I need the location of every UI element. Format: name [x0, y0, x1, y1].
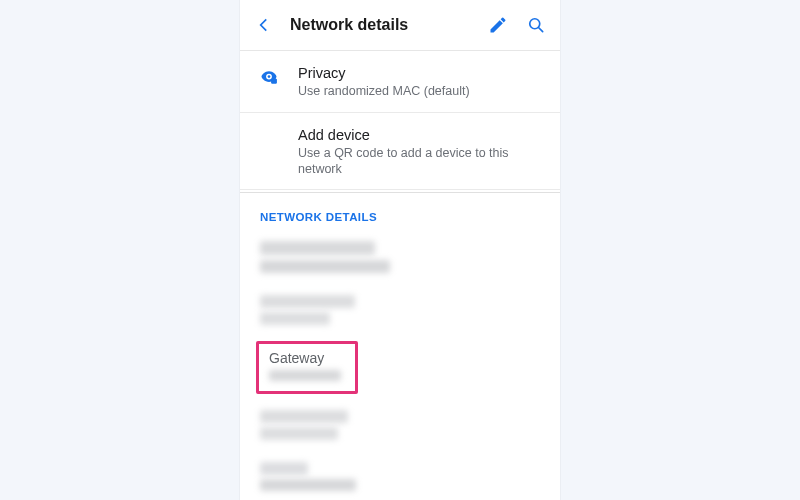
redacted-label: [260, 462, 308, 475]
add-device-row[interactable]: Add device Use a QR code to add a device…: [240, 113, 560, 191]
back-button[interactable]: [252, 13, 276, 37]
privacy-title: Privacy: [298, 65, 542, 81]
phone-frame: Network details Privacy Use randomized M…: [240, 0, 560, 500]
redacted-value: [260, 479, 356, 491]
redacted-label: [260, 410, 348, 423]
chevron-left-icon: [254, 15, 274, 35]
gateway-label: Gateway: [269, 350, 345, 366]
network-details-header: Network Details: [240, 193, 560, 233]
redacted-label: [260, 241, 375, 255]
gateway-highlight: Gateway: [256, 341, 358, 394]
app-header: Network details: [240, 0, 560, 51]
gateway-value-redacted: [269, 370, 341, 381]
content-area: Privacy Use randomized MAC (default) Add…: [240, 51, 560, 500]
redacted-value: [260, 427, 338, 440]
svg-point-2: [268, 76, 271, 79]
privacy-subtitle: Use randomized MAC (default): [298, 83, 542, 99]
pencil-icon: [488, 15, 508, 35]
redacted-label: [260, 295, 355, 308]
page-title: Network details: [290, 16, 472, 34]
svg-line-1: [539, 28, 543, 32]
redacted-value: [260, 260, 390, 273]
add-device-subtitle: Use a QR code to add a device to this ne…: [298, 145, 542, 178]
redacted-value: [260, 312, 330, 325]
search-icon: [526, 15, 546, 35]
privacy-row[interactable]: Privacy Use randomized MAC (default): [240, 51, 560, 112]
eye-lock-icon: [259, 67, 279, 87]
detail-row-2: [240, 287, 560, 339]
detail-row-1: [240, 233, 560, 287]
svg-rect-3: [271, 79, 277, 84]
add-device-title: Add device: [298, 127, 542, 143]
detail-row-5: [240, 454, 560, 500]
edit-button[interactable]: [486, 13, 510, 37]
privacy-icon-slot: [258, 65, 280, 99]
search-button[interactable]: [524, 13, 548, 37]
detail-row-4: [240, 402, 560, 454]
